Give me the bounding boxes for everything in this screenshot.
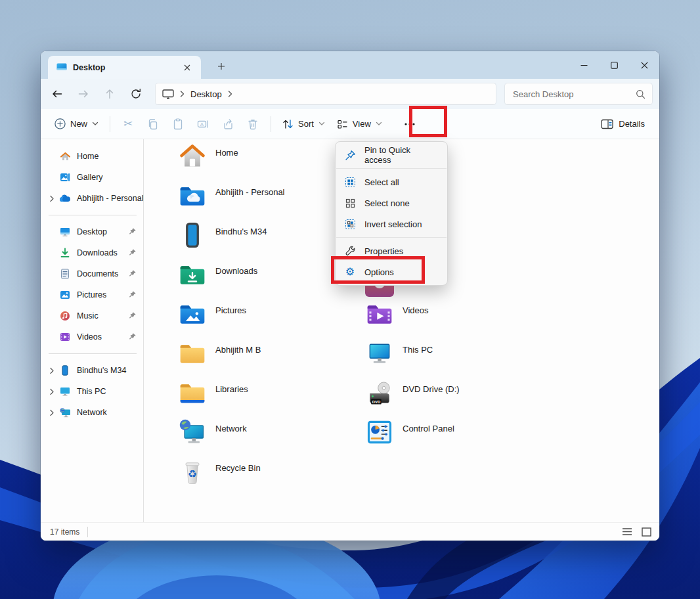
search-box[interactable] [504,83,653,105]
refresh-button[interactable] [123,82,148,106]
sort-button[interactable]: Sort [276,113,331,135]
sidebar-item-this-pc[interactable]: This PC [43,381,141,402]
sidebar-item-network[interactable]: Network [43,402,141,423]
file-item-libraries[interactable]: Libraries [178,378,248,407]
toolbar-divider [271,116,271,132]
list-view-toggle[interactable] [622,527,632,536]
menu-item-select-none[interactable]: Select none [336,192,447,213]
file-item-downloads[interactable]: Downloads [178,260,257,289]
file-explorer-window: Desktop [41,51,659,541]
command-bar: New ✂ A [41,109,659,139]
pin-icon [128,311,137,320]
see-more-button[interactable] [397,113,422,135]
file-item-dvd-drive[interactable]: DVD DVD Drive (D:) [365,378,460,407]
tab-desktop[interactable]: Desktop [48,56,201,79]
new-button[interactable]: New [49,113,104,135]
folder-icon [178,339,207,368]
view-button-label: View [353,119,371,129]
pin-icon [128,332,137,341]
arrow-up-icon [104,88,116,100]
sidebar-divider [49,353,137,354]
pin-icon [128,227,137,236]
sidebar-item-music[interactable]: Music [43,305,141,326]
sidebar-item-home[interactable]: Home [43,146,141,167]
maximize-button[interactable] [599,51,629,79]
expand-chevron-icon[interactable] [45,409,59,416]
see-more-context-menu: Pin to Quick access Select all [335,141,448,286]
options-icon: ⚙ [344,266,356,278]
maximize-icon [611,62,618,69]
file-item-home[interactable]: Home [178,142,238,171]
expand-chevron-icon[interactable] [45,388,59,395]
downloads-icon [59,247,71,259]
close-icon [184,64,190,71]
chevron-down-icon [92,122,98,126]
menu-item-options[interactable]: ⚙ Options [336,261,447,282]
status-divider [87,527,88,537]
tab-close-button[interactable] [180,60,194,75]
delete-button[interactable] [240,113,265,135]
menu-item-properties[interactable]: Properties [336,240,447,261]
large-icons-view-toggle[interactable] [642,527,651,537]
menu-item-label: Pin to Quick access [364,145,439,165]
chevron-right-icon[interactable] [227,90,233,98]
pin-icon [128,290,137,299]
file-item-videos[interactable]: Videos [365,300,429,328]
new-icon [55,118,66,129]
sidebar-item-desktop[interactable]: Desktop [43,221,141,242]
share-icon [222,118,234,130]
file-item-folder[interactable]: Abhijith M B [178,339,261,368]
chevron-right-icon[interactable] [179,90,185,98]
expand-chevron-icon[interactable] [45,195,59,202]
large-icons-view-icon [642,527,651,537]
this-pc-icon [365,339,394,368]
cut-button[interactable]: ✂ [116,113,141,135]
copy-button[interactable] [141,113,165,135]
menu-separator [336,237,447,238]
file-item-recycle-bin[interactable]: ♻ Recycle Bin [178,457,261,486]
select-all-icon [344,176,356,188]
up-button[interactable] [97,82,122,106]
menu-item-invert-selection[interactable]: Invert selection [336,213,447,234]
search-input[interactable] [513,89,636,99]
view-button[interactable]: View [331,113,388,135]
details-button-label: Details [619,119,645,129]
menu-item-select-all[interactable]: Select all [336,171,447,192]
sidebar-item-pictures[interactable]: Pictures [43,284,141,305]
file-item-control-panel[interactable]: Control Panel [365,418,454,447]
onedrive-icon [59,192,71,204]
close-icon [641,62,648,69]
minimize-button[interactable] [569,51,599,79]
sidebar-item-phone[interactable]: Bindhu's M34 [43,360,141,381]
partially-hidden-music-folder-icon[interactable] [365,284,394,297]
file-item-this-pc[interactable]: This PC [365,339,433,368]
file-item-phone[interactable]: Bindhu's M34 [178,221,267,250]
menu-item-pin-to-quick-access[interactable]: Pin to Quick access [336,144,447,166]
forward-button[interactable] [71,82,96,106]
new-tab-button[interactable] [211,56,231,76]
file-item-pictures[interactable]: Pictures [178,300,246,328]
rename-button[interactable]: A [190,113,215,135]
sidebar-item-videos[interactable]: Videos [43,326,141,347]
sidebar-item-downloads[interactable]: Downloads [43,242,141,263]
address-bar[interactable]: Desktop [155,83,496,105]
paste-button[interactable] [165,113,190,135]
back-button[interactable] [45,82,70,106]
expand-chevron-icon[interactable] [45,367,59,374]
menu-item-label: Properties [364,246,403,256]
close-window-button[interactable] [629,51,659,79]
sidebar-item-documents[interactable]: Documents [43,263,141,284]
file-item-network[interactable]: Network [178,418,247,447]
sidebar-item-gallery[interactable]: Gallery [43,167,141,188]
arrow-left-icon [51,88,63,100]
details-pane-button[interactable]: Details [596,113,650,135]
sort-button-label: Sort [298,119,314,129]
file-item-onedrive[interactable]: Abhijith - Personal [178,181,285,210]
share-button[interactable] [215,113,240,135]
home-icon [59,150,71,162]
menu-item-label: Invert selection [364,219,422,229]
svg-text:♻: ♻ [188,468,197,480]
sidebar-item-onedrive[interactable]: Abhijith - Personal [43,188,141,209]
title-bar[interactable]: Desktop [41,51,659,79]
breadcrumb[interactable]: Desktop [190,89,222,99]
